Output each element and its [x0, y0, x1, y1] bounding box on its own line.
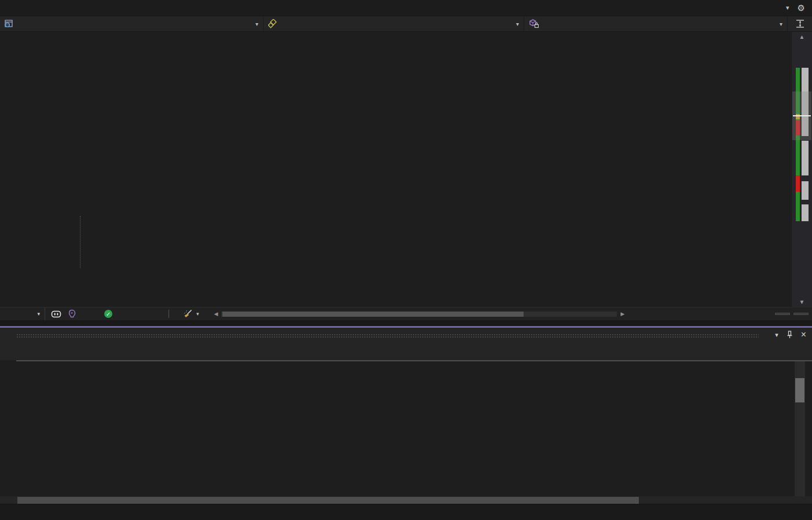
scrollbar-document-map: [802, 68, 809, 221]
tool-window-titlebar[interactable]: ▾ ×: [0, 328, 812, 342]
class-icon: [268, 19, 277, 28]
broom-icon: [183, 309, 193, 318]
chevron-down-icon: ▾: [37, 311, 40, 317]
code-cleanup-button[interactable]: [183, 309, 193, 318]
settings-gear-icon[interactable]: ⚙: [798, 3, 805, 13]
scroll-left-icon[interactable]: ◀: [214, 311, 218, 317]
tab-list-dropdown-icon[interactable]: ▾: [786, 4, 789, 12]
type-dropdown[interactable]: ▾: [264, 16, 524, 31]
chevron-down-icon: ▾: [511, 21, 519, 27]
divider: [169, 310, 169, 318]
scrollbar-thumb[interactable]: [795, 378, 804, 402]
copilot-icon: [51, 310, 61, 318]
code-editor[interactable]: ▲ ▼: [0, 32, 812, 307]
editor-vertical-scrollbar[interactable]: ▲ ▼: [791, 32, 812, 307]
editor-status-bar: ▾ ✓ ▾ ◀ ▶: [0, 307, 812, 320]
chevron-down-icon: ▾: [251, 21, 258, 27]
pin-icon[interactable]: [787, 331, 793, 339]
chevron-down-icon: ▾: [775, 21, 782, 27]
scrollbar-change-marks: [796, 68, 800, 221]
cube-lock-icon: [529, 19, 539, 28]
document-tabbar: ▾ ⚙: [0, 0, 812, 16]
coverage-panel-tabs: [0, 342, 812, 360]
scrollbar-deleted-mark: [796, 175, 800, 192]
panel-splitter[interactable]: [0, 320, 812, 326]
spaces-toggle[interactable]: [775, 313, 790, 315]
split-editor-icon: [796, 19, 804, 28]
bottom-tool-window-tabs: [0, 504, 812, 520]
titlebar-grip: [16, 334, 759, 338]
scrollbar-thumb[interactable]: [17, 497, 639, 504]
scroll-down-icon[interactable]: ▼: [792, 299, 812, 305]
close-icon[interactable]: ×: [801, 331, 806, 339]
member-dropdown[interactable]: ▾: [524, 16, 788, 31]
copilot-status-button[interactable]: [51, 310, 61, 318]
web-project-icon: [5, 20, 13, 28]
indent-guide: [80, 216, 81, 268]
table-vertical-scrollbar[interactable]: [795, 361, 805, 496]
line-ending-toggle[interactable]: [793, 313, 809, 315]
editor-horizontal-scrollbar[interactable]: [221, 312, 617, 317]
table-top-border: [16, 360, 812, 361]
issues-check-icon: ✓: [104, 310, 112, 318]
scrollbar-thumb[interactable]: [222, 312, 524, 317]
window-position-dropdown-icon[interactable]: ▾: [775, 331, 778, 339]
intellicode-button[interactable]: [67, 309, 76, 318]
scroll-up-icon[interactable]: ▲: [792, 34, 812, 40]
visual-studio-window: ▾ ⚙ ▾ ▾: [0, 0, 812, 520]
chevron-down-icon[interactable]: ▾: [196, 311, 199, 317]
scroll-right-icon[interactable]: ▶: [620, 311, 624, 317]
code-navigation-bar: ▾ ▾ ▾: [0, 16, 812, 32]
scrollbar-caret-line: [793, 115, 811, 116]
coverage-table: [0, 360, 812, 496]
project-dropdown[interactable]: ▾: [0, 16, 264, 31]
zoom-level-dropdown[interactable]: ▾: [0, 307, 45, 320]
table-horizontal-scrollbar[interactable]: [0, 496, 812, 504]
split-editor-button[interactable]: [788, 16, 812, 31]
intellicode-icon: [67, 309, 76, 318]
